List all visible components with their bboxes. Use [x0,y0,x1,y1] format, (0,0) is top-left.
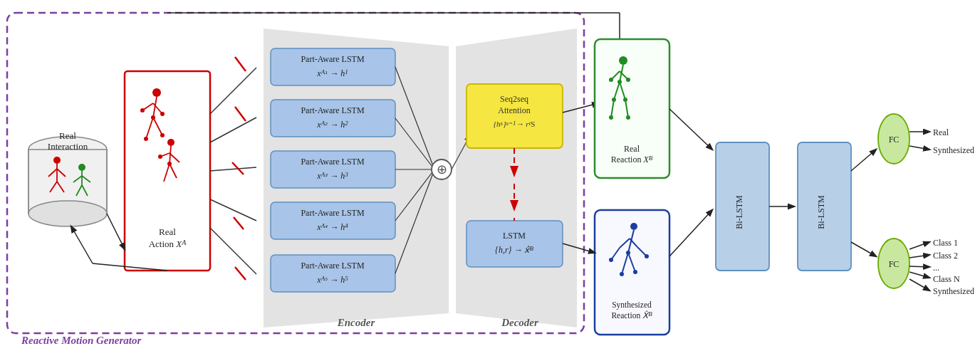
svg-line-155 [107,214,125,249]
svg-point-123 [645,254,649,258]
svg-text:Class 2: Class 2 [933,251,958,261]
svg-text:Real: Real [159,226,176,237]
svg-text:FC: FC [889,135,900,145]
svg-line-144 [909,242,929,249]
svg-point-14 [78,164,85,171]
svg-line-145 [909,255,929,258]
svg-text:Seq2seq: Seq2seq [500,94,528,104]
svg-text:Bi-LSTM: Bi-LSTM [816,195,826,229]
svg-point-111 [630,223,637,230]
svg-text:Synthesized: Synthesized [933,145,974,155]
svg-line-44 [210,167,256,171]
svg-text:Interaction: Interaction [48,141,88,152]
svg-point-122 [609,258,613,262]
svg-text:Decoder: Decoder [501,317,538,328]
svg-line-47 [235,57,246,71]
svg-point-107 [626,115,630,120]
svg-rect-82 [466,221,563,267]
svg-line-128 [669,210,712,256]
svg-point-28 [140,108,145,112]
svg-text:Action XA: Action XA [149,239,187,249]
svg-line-141 [909,146,929,150]
svg-line-147 [909,272,929,278]
svg-text:Part-Aware LSTM: Part-Aware LSTM [301,157,365,167]
svg-text:Bi-LSTM: Bi-LSTM [734,195,744,229]
svg-point-8 [53,157,61,164]
svg-point-101 [617,80,622,84]
svg-text:...: ... [933,263,939,273]
svg-text:Synthesized: Synthesized [612,300,652,310]
svg-line-46 [210,228,256,274]
svg-line-51 [235,267,246,280]
svg-text:Real: Real [59,130,76,141]
svg-line-135 [851,242,876,256]
svg-point-119 [633,270,637,274]
svg-text:Synthesized: Synthesized [933,286,974,296]
svg-text:Class 1: Class 1 [933,238,958,248]
svg-text:{h,r} → x̂B: {h,r} → x̂B [495,245,533,255]
svg-point-38 [167,162,172,166]
svg-line-157 [71,226,93,263]
svg-point-21 [152,88,161,97]
svg-line-42 [210,68,256,114]
svg-text:FC: FC [889,259,900,269]
svg-marker-76 [456,28,577,328]
svg-text:Part-Aware LSTM: Part-Aware LSTM [301,261,365,271]
svg-point-29 [160,112,165,116]
svg-line-134 [851,150,876,171]
svg-text:Part-Aware LSTM: Part-Aware LSTM [301,208,365,218]
svg-text:Real: Real [933,127,949,137]
svg-point-3 [28,201,107,226]
svg-point-93 [619,56,627,65]
svg-point-106 [609,115,613,120]
svg-text:Part-Aware LSTM: Part-Aware LSTM [301,54,365,64]
svg-line-48 [235,107,246,121]
svg-point-27 [151,115,155,120]
svg-text:LSTM: LSTM [503,231,526,241]
svg-text:Reaction XB: Reaction XB [611,155,653,164]
svg-text:Reaction X̂B: Reaction X̂B [611,310,652,320]
svg-point-98 [626,78,630,82]
svg-text:⊕: ⊕ [437,162,447,177]
svg-text:Reactive Motion Generator: Reactive Motion Generator [21,335,141,346]
svg-text:Class N: Class N [933,274,960,284]
svg-line-50 [234,217,244,229]
svg-line-43 [210,117,256,142]
svg-line-148 [909,279,929,290]
diagram: Real Interaction [0,0,980,356]
svg-text:Attention: Attention [498,105,530,115]
svg-line-127 [669,109,712,150]
svg-point-30 [144,137,148,141]
svg-point-118 [620,272,624,276]
svg-point-39 [158,155,162,159]
svg-point-32 [167,139,174,146]
svg-line-146 [909,266,929,267]
svg-point-31 [160,133,165,137]
svg-point-97 [609,78,613,82]
svg-text:Part-Aware LSTM: Part-Aware LSTM [301,105,365,115]
svg-text:Encoder: Encoder [337,317,375,328]
svg-text:Real: Real [624,144,640,154]
